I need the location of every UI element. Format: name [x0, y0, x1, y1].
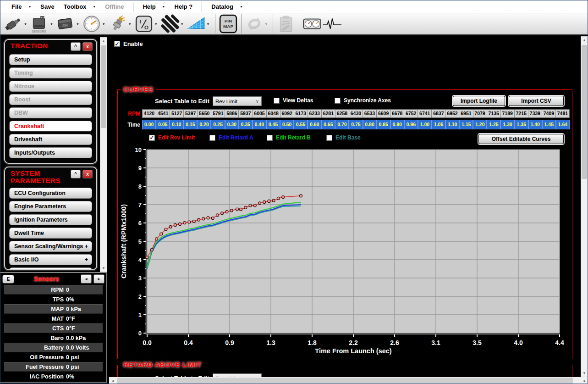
close-panel-button[interactable]: x [82, 170, 93, 178]
scroll-right-icon[interactable]: ► [581, 377, 588, 384]
chevron-down-icon[interactable]: ▼ [76, 22, 79, 26]
tool-io[interactable]: IO▼ [134, 14, 159, 34]
view-deltas-checkbox[interactable] [274, 98, 280, 104]
time-cell[interactable]: 0.15 [183, 120, 197, 129]
horizontal-scrollbar[interactable]: ◄ ► [109, 377, 588, 384]
sensors-module-icon[interactable]: SENSORS [30, 14, 49, 34]
time-cell[interactable]: 1.15 [459, 120, 473, 129]
sidebar-scrollbar[interactable]: ▲ ▼ [100, 37, 107, 272]
rpm-cell[interactable]: 6258 [335, 110, 349, 117]
time-cell[interactable]: 1.45 [542, 120, 556, 129]
rpm-cell[interactable]: 7409 [542, 110, 556, 117]
spark-plug-icon[interactable] [108, 14, 127, 34]
time-cell[interactable]: 1.05 [432, 120, 445, 129]
rpm-cell[interactable]: 6005 [253, 110, 267, 117]
tool-sync[interactable]: ▼ [245, 14, 270, 34]
menu-item-file[interactable]: File▼ [7, 3, 36, 10]
edit-toggle-checkbox[interactable] [326, 135, 332, 141]
sidebar-item-dwell-time[interactable]: Dwell Time [9, 228, 92, 239]
main-vertical-scrollbar[interactable]: ▲ ▼ [581, 36, 588, 377]
tool-pulse[interactable] [323, 14, 342, 34]
gauge-icon[interactable] [82, 14, 101, 34]
rpm-cell[interactable]: 5937 [239, 110, 253, 117]
time-cell[interactable]: 0.25 [211, 120, 225, 129]
sidebar-item-ecu-configuration[interactable]: ECU Configuration [9, 188, 92, 199]
tool-tire[interactable]: ▼ [160, 14, 186, 34]
rpm-cell[interactable]: 4120 [143, 110, 156, 117]
time-cell[interactable]: 1.64 [556, 120, 570, 129]
rpm-cell[interactable]: 6837 [432, 110, 445, 117]
time-cell[interactable]: 0.65 [321, 120, 335, 129]
tool-dual-gauges[interactable] [302, 14, 322, 34]
e-button[interactable]: E [2, 275, 14, 284]
rpm-cell[interactable]: 6281 [322, 110, 335, 117]
sidebar-item-closed-loop-learn[interactable]: Closed Loop/Learn+ [9, 267, 92, 270]
rpm-cell[interactable]: 6678 [390, 110, 404, 117]
menu-item-datalog[interactable]: Datalog▼ [207, 3, 247, 10]
crankshaft-chart[interactable]: 0123456789100.00.40.91.31.82.22.63.13.54… [119, 147, 572, 357]
map-mesh-icon[interactable] [187, 14, 206, 34]
time-cell[interactable]: 0.85 [377, 120, 390, 129]
rpm-cell[interactable]: 7215 [515, 110, 528, 117]
scroll-left-icon[interactable]: ◄ [109, 377, 116, 384]
time-cell[interactable]: 0.75 [349, 120, 363, 129]
sidebar-item-ignition-parameters[interactable]: Ignition Parameters [9, 214, 92, 225]
rpm-cell[interactable]: 6951 [459, 110, 473, 117]
tool-clipboard[interactable] [276, 14, 296, 34]
chevron-down-icon[interactable]: ▼ [154, 22, 158, 26]
pulse-icon[interactable] [323, 14, 342, 34]
sync-icon[interactable] [245, 14, 264, 34]
rpm-cell[interactable]: 7481 [556, 110, 569, 117]
tool-spark-plug[interactable]: ▼ [108, 14, 133, 34]
rpm-cell[interactable]: 5127 [170, 110, 184, 117]
sidebar-scroll-up-icon[interactable]: ▲ [100, 38, 107, 45]
rpm-cell[interactable]: 5791 [211, 110, 225, 117]
rpm-cell[interactable]: 6173 [294, 110, 308, 117]
efi-box-icon[interactable]: EFI [56, 14, 75, 34]
rpm-cell[interactable]: 7189 [501, 110, 515, 117]
sync-axes-checkbox[interactable] [335, 98, 341, 104]
import-logfile-button[interactable]: Import Logfile [453, 96, 505, 106]
time-cell[interactable]: 0.80 [363, 120, 377, 129]
rpm-cell[interactable]: 6752 [404, 110, 418, 117]
tool-map-mesh[interactable]: ▼ [187, 14, 212, 34]
injector-icon[interactable] [4, 14, 23, 34]
edit-toggle-checkbox[interactable] [209, 135, 215, 141]
rpm-cell[interactable]: 7135 [487, 110, 501, 117]
rpm-cell[interactable]: 5650 [198, 110, 211, 117]
time-cell[interactable]: 0.30 [225, 120, 239, 129]
menu-item-toolbox[interactable]: Toolbox▼ [59, 3, 101, 10]
rpm-cell[interactable]: 6048 [267, 110, 280, 117]
time-cell[interactable]: 0.05 [156, 120, 170, 129]
chevron-down-icon[interactable]: ▼ [265, 22, 268, 26]
rpm-cell[interactable]: 6609 [377, 110, 390, 117]
time-cell[interactable]: 0.20 [197, 120, 211, 129]
sidebar-item-crankshaft[interactable]: Crankshaft [9, 121, 92, 132]
sidebar-scroll-down-icon[interactable]: ▼ [100, 265, 107, 272]
menu-item-help[interactable]: Help ? [170, 3, 198, 10]
time-cell[interactable]: 0.10 [170, 120, 183, 129]
time-cell[interactable]: 1.30 [500, 120, 514, 129]
edit-toggle-checkbox[interactable] [267, 135, 273, 141]
collapse-panel-button[interactable]: ^ [71, 170, 81, 178]
menu-item-save[interactable]: Save [36, 3, 59, 10]
collapse-panel-button[interactable]: ^ [71, 42, 81, 51]
tool-sensors-module[interactable]: SENSORS▼ [30, 14, 55, 34]
rpm-cell[interactable]: 6092 [280, 110, 294, 117]
tool-efi-box[interactable]: EFI▼ [56, 14, 81, 34]
rpm-cell[interactable]: 7079 [473, 110, 487, 117]
horizontal-scroll-thumb[interactable] [117, 378, 573, 384]
enable-checkbox[interactable]: ✓ [114, 41, 120, 47]
close-panel-button[interactable]: x [82, 42, 93, 51]
time-cell[interactable]: 0.60 [308, 120, 321, 129]
rpm-cell[interactable]: 6952 [445, 110, 459, 117]
import-csv-button[interactable]: Import CSV [509, 96, 564, 106]
time-cell[interactable]: 1.10 [445, 120, 459, 129]
time-cell[interactable]: 1.20 [473, 120, 487, 129]
edit-toggle-checkbox[interactable]: ✓ [149, 135, 155, 141]
dual-gauges-icon[interactable] [302, 14, 322, 34]
time-cell[interactable]: 1.00 [418, 120, 432, 129]
time-cell[interactable]: 0.45 [266, 120, 280, 129]
time-cell[interactable]: 0.00 [142, 120, 156, 129]
clipboard-icon[interactable] [276, 14, 296, 34]
